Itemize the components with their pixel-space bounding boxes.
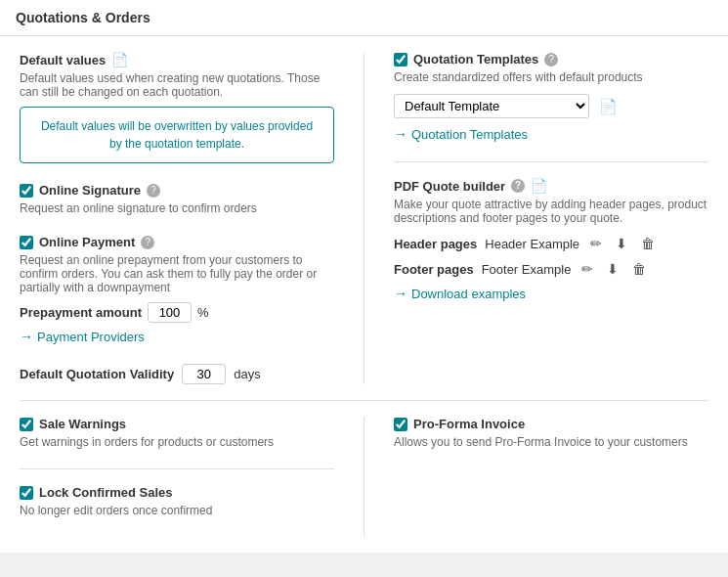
page-header: Quotations & Orders (0, 0, 728, 36)
info-box: Default values will be overwritten by va… (20, 107, 334, 163)
quotation-templates-link[interactable]: Quotation Templates (411, 127, 528, 142)
sale-warnings-label: Sale Warnings (39, 417, 126, 431)
doc-icon: 📄 (111, 52, 128, 67)
default-values-title: Default values 📄 (20, 52, 334, 67)
online-payment-desc: Request an online prepayment from your c… (20, 253, 334, 294)
header-download-btn[interactable]: ⬇ (613, 235, 630, 252)
sale-warnings-row: Sale Warnings (20, 417, 334, 431)
header-pages-label: Header pages (394, 237, 477, 251)
prepay-unit: % (197, 305, 209, 320)
quotation-templates-title: Quotation Templates (413, 52, 538, 67)
online-payment-help-icon[interactable]: ? (141, 236, 154, 249)
default-values-desc: Default values used when creating new qu… (20, 71, 334, 99)
footer-download-btn[interactable]: ⬇ (604, 260, 621, 278)
right-column: Quotation Templates ? Create standardize… (364, 52, 708, 384)
right-divider (394, 161, 708, 162)
pdf-builder-section: PDF Quote builder ? 📄 Make your quote at… (394, 178, 708, 301)
lock-sales-section: Lock Confirmed Sales No longer edit orde… (20, 485, 334, 517)
lock-sales-label: Lock Confirmed Sales (39, 485, 173, 500)
quotation-templates-section: Quotation Templates ? Create standardize… (394, 52, 708, 142)
page-title: Quotations & Orders (16, 10, 150, 25)
online-payment-checkbox[interactable] (20, 236, 33, 249)
header-pages-value: Header Example (485, 237, 579, 251)
pdf-builder-help-icon[interactable]: ? (511, 179, 525, 193)
online-payment-row: Online Payment ? (20, 235, 334, 249)
pdf-doc-icon: 📄 (531, 178, 547, 194)
validity-unit: days (234, 367, 260, 381)
bottom-left-column: Sale Warnings Get warnings in orders for… (20, 417, 364, 537)
quotation-templates-link-row: → Quotation Templates (394, 126, 708, 142)
sale-warnings-desc: Get warnings in orders for products or c… (20, 435, 334, 449)
validity-row: Default Quotation Validity days (20, 364, 334, 384)
proforma-section: Pro-Forma Invoice Allows you to send Pro… (394, 417, 708, 449)
payment-arrow-icon: → (20, 329, 33, 344)
quotation-templates-row: Quotation Templates ? (394, 52, 708, 67)
footer-pages-row: Footer pages Footer Example ✏ ⬇ 🗑 (394, 260, 708, 278)
online-signature-section: Online Signature ? Request an online sig… (20, 183, 334, 215)
proforma-desc: Allows you to send Pro-Forma Invoice to … (394, 435, 708, 449)
template-select[interactable]: Default Template (394, 94, 589, 118)
content-area: Default values 📄 Default values used whe… (0, 36, 728, 553)
footer-delete-btn[interactable]: 🗑 (629, 260, 649, 278)
quotation-templates-arrow-icon: → (394, 126, 407, 142)
prepay-label: Prepayment amount (20, 305, 142, 320)
sale-warnings-section: Sale Warnings Get warnings in orders for… (20, 417, 334, 449)
quotation-templates-help-icon[interactable]: ? (544, 53, 558, 67)
sale-warnings-checkbox[interactable] (20, 418, 33, 431)
lock-sales-row: Lock Confirmed Sales (20, 485, 334, 500)
payment-providers-link-row: → Payment Providers (20, 329, 334, 344)
left-column: Default values 📄 Default values used whe… (20, 52, 364, 384)
bottom-right-column: Pro-Forma Invoice Allows you to send Pro… (364, 417, 708, 537)
online-signature-checkbox[interactable] (20, 184, 33, 198)
prepay-input[interactable] (148, 302, 192, 323)
online-signature-desc: Request an online signature to confirm o… (20, 201, 334, 215)
left-sub-divider (20, 468, 334, 469)
download-examples-link-row: → Download examples (394, 286, 708, 301)
default-values-section: Default values 📄 Default values used whe… (20, 52, 334, 163)
validity-label: Default Quotation Validity (20, 367, 174, 381)
download-examples-link[interactable]: Download examples (411, 287, 526, 301)
payment-providers-link[interactable]: Payment Providers (37, 330, 145, 344)
main-two-col: Default values 📄 Default values used whe… (20, 52, 708, 384)
footer-pages-value: Footer Example (482, 262, 572, 277)
pdf-builder-title: PDF Quote builder ? 📄 (394, 178, 708, 194)
online-payment-section: Online Payment ? Request an online prepa… (20, 235, 334, 344)
bottom-divider (20, 400, 708, 401)
online-signature-label: Online Signature (39, 183, 141, 198)
template-edit-btn[interactable]: 📄 (595, 96, 621, 117)
quotation-templates-checkbox[interactable] (394, 53, 407, 67)
quotation-templates-desc: Create standardized offers with default … (394, 70, 708, 84)
proforma-label: Pro-Forma Invoice (413, 417, 525, 431)
header-delete-btn[interactable]: 🗑 (638, 235, 658, 252)
download-arrow-icon: → (394, 286, 407, 301)
bottom-two-col: Sale Warnings Get warnings in orders for… (20, 417, 708, 537)
header-pages-row: Header pages Header Example ✏ ⬇ 🗑 (394, 235, 708, 252)
online-signature-row: Online Signature ? (20, 183, 334, 198)
lock-sales-checkbox[interactable] (20, 486, 33, 500)
lock-sales-desc: No longer edit orders once confirmed (20, 504, 334, 517)
footer-pages-label: Footer pages (394, 262, 474, 277)
online-signature-help-icon[interactable]: ? (147, 184, 160, 198)
template-select-row: Default Template 📄 (394, 94, 708, 118)
prepay-row: Prepayment amount % (20, 302, 334, 323)
proforma-row: Pro-Forma Invoice (394, 417, 708, 431)
header-edit-btn[interactable]: ✏ (587, 235, 605, 252)
footer-edit-btn[interactable]: ✏ (578, 260, 596, 278)
proforma-checkbox[interactable] (394, 418, 407, 431)
online-payment-label: Online Payment (39, 235, 135, 249)
pdf-builder-desc: Make your quote attractive by adding hea… (394, 198, 708, 225)
validity-input[interactable] (182, 364, 226, 384)
